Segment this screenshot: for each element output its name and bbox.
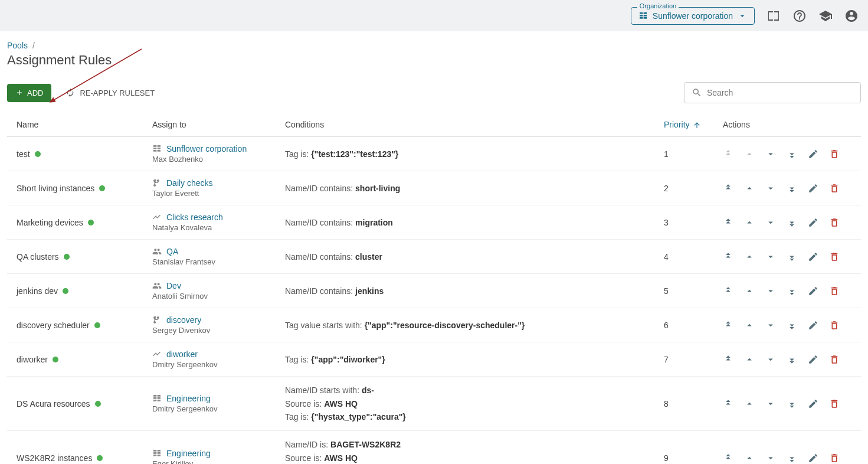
assign-pool-link[interactable]: Daily checks	[152, 178, 266, 188]
edit-icon[interactable]	[808, 453, 818, 463]
edit-icon[interactable]	[808, 149, 818, 159]
move-bottom-icon[interactable]	[787, 183, 797, 194]
delete-icon[interactable]	[829, 354, 840, 365]
move-top-icon[interactable]	[723, 183, 733, 194]
org-icon	[152, 449, 162, 458]
condition-line: Source is: AWS HQ	[285, 397, 645, 410]
org-icon	[152, 144, 162, 153]
condition-value: BAGET-WS2K8R2	[330, 440, 401, 449]
move-top-icon[interactable]	[723, 453, 733, 463]
assign-pool-link[interactable]: Sunflower corporation	[152, 144, 266, 153]
move-bottom-icon[interactable]	[787, 251, 797, 262]
move-top-icon[interactable]	[723, 251, 733, 262]
condition-line: Name/ID contains: migration	[285, 216, 645, 229]
docs-icon[interactable]	[767, 9, 781, 23]
move-down-icon[interactable]	[765, 354, 776, 365]
assign-pool-link[interactable]: Engineering	[152, 394, 266, 403]
move-top-icon[interactable]	[723, 398, 733, 409]
org-selector[interactable]: Organization Sunflower corporation	[631, 7, 755, 25]
delete-icon[interactable]	[829, 286, 840, 296]
move-top-icon[interactable]	[723, 217, 733, 228]
chart-icon	[152, 213, 162, 222]
reapply-button[interactable]: RE-APPLY RULESET	[60, 83, 161, 102]
edit-icon[interactable]	[808, 251, 818, 262]
condition-value: jenkins	[355, 286, 384, 296]
move-up-icon[interactable]	[744, 251, 755, 262]
delete-icon[interactable]	[829, 149, 840, 159]
edit-icon[interactable]	[808, 217, 818, 228]
move-up-icon[interactable]	[744, 453, 755, 463]
condition-line: Name/ID contains: jenkins	[285, 285, 645, 298]
edit-icon[interactable]	[808, 398, 818, 409]
delete-icon[interactable]	[829, 453, 840, 463]
move-top-icon[interactable]	[723, 286, 733, 296]
edit-icon[interactable]	[808, 320, 818, 331]
rule-name-cell: Short living instances	[17, 184, 133, 193]
delete-icon[interactable]	[829, 398, 840, 409]
branch-icon	[152, 315, 162, 325]
add-button[interactable]: ADD	[7, 84, 51, 102]
status-dot-icon	[63, 288, 68, 294]
edit-icon[interactable]	[808, 286, 818, 296]
delete-icon[interactable]	[829, 217, 840, 228]
assign-pool-name: diworker	[166, 349, 198, 359]
assign-pool-link[interactable]: Engineering	[152, 449, 266, 458]
move-up-icon[interactable]	[744, 286, 755, 296]
assign-pool-link[interactable]: QA	[152, 247, 266, 256]
condition-value: {"hystax_type":"acura"}	[311, 412, 405, 421]
move-bottom-icon[interactable]	[787, 354, 797, 365]
move-down-icon[interactable]	[765, 398, 776, 409]
search-input[interactable]	[707, 88, 853, 97]
rule-name-cell: test	[17, 149, 133, 159]
move-bottom-icon[interactable]	[787, 286, 797, 296]
assign-pool-link[interactable]: Dev	[152, 281, 266, 290]
assign-person: Anatolii Smirnov	[152, 292, 266, 300]
move-top-icon[interactable]	[723, 354, 733, 365]
assign-pool-link[interactable]: diworker	[152, 349, 266, 359]
edit-icon[interactable]	[808, 183, 818, 194]
content: Pools / Assignment Rules ADD RE-APPLY RU…	[0, 31, 868, 464]
move-down-icon[interactable]	[765, 183, 776, 194]
move-bottom-icon[interactable]	[787, 149, 797, 159]
move-down-icon[interactable]	[765, 217, 776, 228]
move-bottom-icon[interactable]	[787, 453, 797, 463]
rule-name-cell: DS Acura resources	[17, 399, 133, 409]
table-row: discovery scheduler discovery Sergey Div…	[7, 308, 861, 342]
table-row: Short living instances Daily checks Tayl…	[7, 171, 861, 205]
move-up-icon[interactable]	[744, 398, 755, 409]
priority-value: 5	[654, 274, 713, 308]
move-up-icon[interactable]	[744, 320, 755, 331]
assign-person: Egor Kirillov	[152, 459, 266, 464]
assign-pool-link[interactable]: discovery	[152, 315, 266, 325]
delete-icon[interactable]	[829, 183, 840, 194]
move-up-icon[interactable]	[744, 183, 755, 194]
move-top-icon[interactable]	[723, 320, 733, 331]
help-icon[interactable]	[792, 9, 807, 23]
delete-icon[interactable]	[829, 251, 840, 262]
move-down-icon[interactable]	[765, 149, 776, 159]
col-priority[interactable]: Priority	[654, 113, 713, 137]
move-bottom-icon[interactable]	[787, 398, 797, 409]
col-priority-label: Priority	[664, 120, 690, 129]
move-down-icon[interactable]	[765, 453, 776, 463]
edit-icon[interactable]	[808, 354, 818, 365]
search-box[interactable]	[684, 82, 861, 103]
move-down-icon[interactable]	[765, 251, 776, 262]
move-bottom-icon[interactable]	[787, 320, 797, 331]
education-icon[interactable]	[818, 9, 833, 23]
assign-pool-link[interactable]: Clicks research	[152, 213, 266, 222]
branch-icon	[152, 178, 162, 188]
col-assign: Assign to	[143, 113, 276, 137]
breadcrumb-pools-link[interactable]: Pools	[7, 41, 28, 50]
chevron-down-icon	[738, 11, 747, 21]
move-up-icon[interactable]	[744, 217, 755, 228]
condition-line: Name/ID is: BAGET-WS2K8R2	[285, 438, 645, 451]
move-down-icon[interactable]	[765, 320, 776, 331]
delete-icon[interactable]	[829, 320, 840, 331]
move-up-icon[interactable]	[744, 354, 755, 365]
move-bottom-icon[interactable]	[787, 217, 797, 228]
table-row: Marketing devices Clicks research Nataly…	[7, 205, 861, 240]
actions-cell	[723, 217, 851, 228]
move-down-icon[interactable]	[765, 286, 776, 296]
account-icon[interactable]	[844, 9, 859, 23]
